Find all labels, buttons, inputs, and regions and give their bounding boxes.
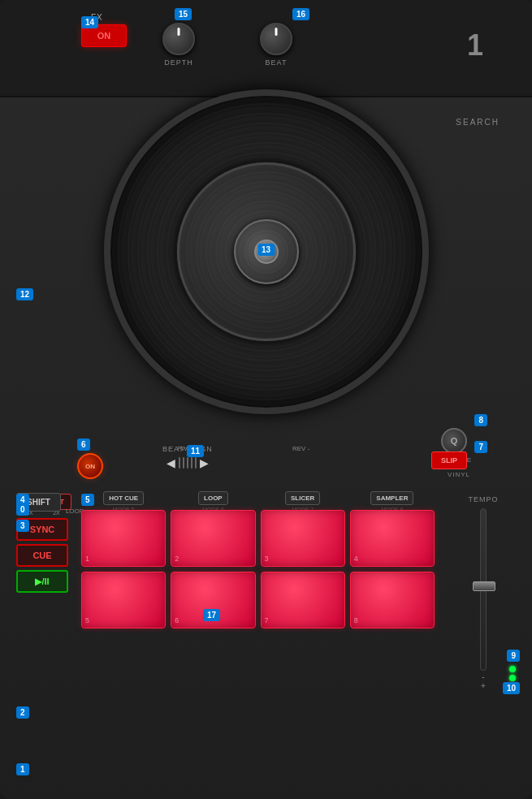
cue-button[interactable]: CUE — [16, 544, 68, 567]
depth-knob-container: DEPTH — [162, 23, 195, 67]
slip-button[interactable]: SLIP — [431, 451, 467, 469]
pad-3[interactable]: 3 — [261, 510, 345, 567]
badge-7: 7 — [474, 441, 487, 453]
pad-6-number: 6 — [175, 616, 179, 624]
beat-line-5 — [195, 457, 197, 469]
pad-5-number: 5 — [85, 616, 89, 624]
hot-cue-mode-button[interactable]: HOT CUE — [103, 491, 144, 505]
badge-13: 13 — [257, 244, 275, 256]
badge-11: 11 — [187, 445, 204, 457]
pad-8[interactable]: 8 — [350, 572, 435, 628]
pad-7[interactable]: 7 — [261, 572, 345, 628]
q-button[interactable]: Q — [441, 428, 467, 454]
vinyl-label: VINYL — [448, 471, 470, 478]
pad-4[interactable]: 4 — [350, 510, 435, 567]
deck-number: 1 — [467, 28, 483, 63]
depth-knob[interactable] — [162, 23, 195, 55]
badge-15: 15 — [175, 8, 192, 20]
dj-controller: FX ON DEPTH BEAT 1 SEARCH Q RANG — [0, 0, 532, 799]
beat-line-1 — [179, 457, 180, 469]
badge-3: 3 — [16, 520, 29, 532]
slicer-mode-button[interactable]: SLICER — [285, 491, 320, 505]
led-2 — [509, 675, 516, 681]
badge-1: 1 — [16, 763, 29, 775]
pad-1-number: 1 — [85, 555, 89, 563]
beat-rev-button[interactable]: ▶ — [200, 456, 209, 469]
tempo-label: TEMPO — [468, 495, 498, 503]
badge-2: 2 — [16, 706, 29, 719]
badge-6: 6 — [77, 438, 90, 451]
badge-9: 9 — [507, 650, 520, 662]
badge-17: 17 — [203, 609, 220, 621]
depth-label: DEPTH — [164, 58, 193, 67]
sampler-mode-button[interactable]: SAMPLER — [370, 491, 413, 505]
pad-7-number: 7 — [265, 616, 269, 624]
led-1 — [509, 666, 516, 672]
beat-knob[interactable] — [260, 23, 292, 55]
badge-4: 4 — [16, 494, 29, 506]
loop-mode-button[interactable]: LOOP — [198, 491, 228, 505]
beat-lines — [179, 457, 197, 469]
tempo-section: TEMPO - + — [451, 495, 516, 690]
beat-line-3 — [187, 457, 188, 469]
on-button[interactable]: ON — [77, 453, 103, 479]
tempo-minus-label: - — [482, 672, 484, 681]
pad-8-number: 8 — [354, 616, 358, 624]
beat-align-controls: ◀ ▶ — [167, 456, 209, 469]
search-label: SEARCH — [456, 118, 500, 127]
play-pause-button[interactable]: ▶/II — [16, 570, 68, 593]
beat-line-4 — [191, 457, 192, 469]
beat-fwd-button[interactable]: ◀ — [167, 456, 175, 469]
beat-rev-label: REV - — [292, 445, 309, 452]
pad-4-number: 4 — [354, 555, 358, 563]
badge-5: 5 — [81, 494, 94, 506]
badge-12: 12 — [16, 288, 33, 300]
beat-label: BEAT — [266, 58, 288, 67]
badge-14: 14 — [81, 16, 98, 28]
badge-16: 16 — [292, 8, 309, 20]
pad-1[interactable]: 1 — [81, 510, 166, 567]
pad-grid: 1 2 3 4 5 6 7 8 — [81, 510, 435, 628]
beat-knob-container: BEAT — [260, 23, 292, 67]
badge-8: 8 — [474, 414, 487, 426]
pad-2-number: 2 — [175, 555, 179, 563]
tempo-slider-handle[interactable] — [473, 581, 495, 591]
pad-5[interactable]: 5 — [81, 572, 166, 628]
pad-3-number: 3 — [265, 555, 269, 563]
pad-2[interactable]: 2 — [171, 510, 255, 567]
beat-line-2 — [183, 457, 184, 469]
tempo-plus-label: + — [481, 681, 486, 690]
badge-10: 10 — [503, 682, 520, 694]
tempo-slider[interactable] — [480, 508, 487, 671]
